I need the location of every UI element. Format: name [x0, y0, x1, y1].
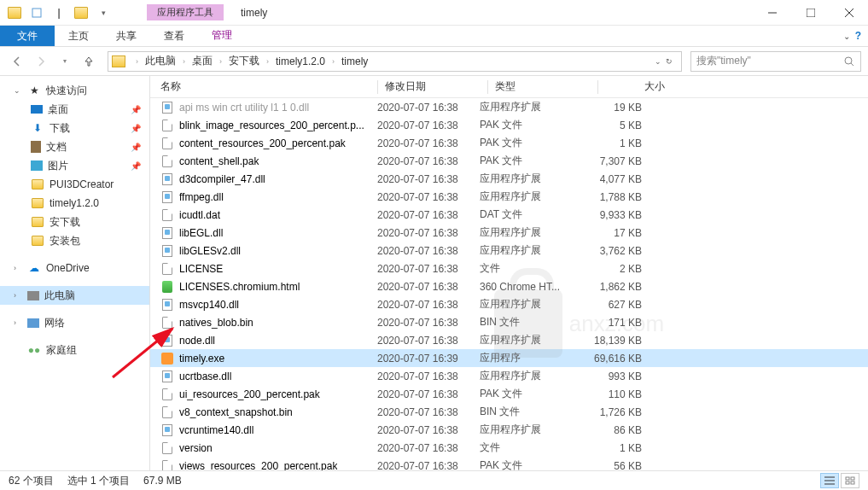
file-row[interactable]: blink_image_resources_200_percent.p...20… [150, 116, 868, 134]
col-name[interactable]: 名称 [160, 79, 377, 94]
up-button[interactable] [79, 51, 99, 72]
view-icons-button[interactable] [841, 473, 859, 488]
sidebar-homegroup[interactable]: ●●家庭组 [0, 341, 149, 359]
sidebar-onedrive[interactable]: ›☁OneDrive [0, 259, 149, 277]
svg-rect-13 [851, 481, 854, 484]
file-date: 2020-07-07 16:38 [377, 424, 480, 436]
forward-button[interactable] [31, 51, 51, 72]
bc-folder1[interactable]: 安下载 [227, 54, 261, 68]
file-row[interactable]: LICENSES.chromium.html2020-07-07 16:3836… [150, 277, 868, 295]
sidebar-timely[interactable]: timely1.2.0 [0, 194, 149, 213]
file-name: v8_context_snapshot.bin [179, 406, 293, 418]
sidebar-pictures[interactable]: 图片📌 [0, 156, 149, 175]
col-type[interactable]: 类型 [495, 79, 597, 94]
bc-folder2[interactable]: timely1.2.0 [274, 55, 327, 67]
help-icon[interactable]: ? [855, 30, 861, 42]
tab-file[interactable]: 文件 [0, 26, 55, 46]
file-name: blink_image_resources_200_percent.p... [179, 120, 364, 131]
col-size[interactable]: 大小 [605, 79, 665, 94]
minimize-button[interactable] [753, 0, 791, 26]
file-row[interactable]: api ms win crt utility l1 1 0.dll2020-07… [150, 98, 868, 116]
folder-icon [112, 55, 125, 67]
file-row[interactable]: content_shell.pak2020-07-07 16:38PAK 文件7… [150, 152, 868, 170]
file-size: 5 KB [582, 120, 642, 131]
file-row[interactable]: content_resources_200_percent.pak2020-07… [150, 134, 868, 152]
file-row[interactable]: natives_blob.bin2020-07-07 16:38BIN 文件17… [150, 313, 868, 331]
file-row[interactable]: LICENSE2020-07-07 16:38文件2 KB [150, 260, 868, 277]
svg-point-5 [845, 57, 852, 64]
sidebar-downloads[interactable]: ⬇下载📌 [0, 119, 149, 137]
breadcrumb-dropdown[interactable]: ⌄ ↻ [650, 57, 678, 66]
sidebar-anzhuang[interactable]: 安装包 [0, 231, 149, 250]
svg-rect-11 [851, 477, 854, 480]
sidebar-pui3d[interactable]: PUI3DCreator [0, 175, 149, 194]
bc-thispc[interactable]: 此电脑 [143, 54, 178, 68]
svg-rect-2 [807, 9, 815, 17]
sidebar-anxia[interactable]: 安下载 [0, 213, 149, 231]
file-icon [160, 459, 174, 471]
file-size: 1 KB [582, 442, 642, 454]
sidebar-desktop[interactable]: 桌面📌 [0, 100, 149, 119]
file-size: 2 KB [582, 263, 642, 275]
close-button[interactable] [830, 0, 868, 26]
file-size: 3,762 KB [582, 245, 642, 257]
search-input[interactable]: 搜索"timely" [690, 51, 861, 72]
file-date: 2020-07-07 16:38 [377, 406, 480, 418]
tab-view[interactable]: 查看 [150, 26, 198, 46]
file-date: 2020-07-07 16:38 [377, 388, 480, 400]
maximize-button[interactable] [791, 0, 830, 26]
qat-dropdown-icon[interactable]: ▾ [94, 3, 113, 22]
file-view: 名称 修改日期 类型 大小 api ms win crt utility l1 … [150, 76, 868, 470]
breadcrumb[interactable]: › 此电脑 › 桌面 › 安下载 › timely1.2.0 › timely … [108, 51, 682, 72]
file-row[interactable]: node.dll2020-07-07 16:38应用程序扩展18,139 KB [150, 331, 868, 349]
column-headers: 名称 修改日期 类型 大小 [150, 76, 868, 98]
tab-manage[interactable]: 管理 [198, 26, 246, 46]
file-row[interactable]: libGLESv2.dll2020-07-07 16:38应用程序扩展3,762… [150, 242, 868, 260]
ribbon-tabs: 文件 主页 共享 查看 管理 ⌄ ? [0, 26, 868, 47]
file-type: 应用程序扩展 [480, 333, 582, 347]
file-size: 69,616 KB [582, 353, 642, 365]
file-row[interactable]: icudtl.dat2020-07-07 16:38DAT 文件9,933 KB [150, 206, 868, 224]
qat-new-folder-icon[interactable] [72, 3, 90, 22]
file-name: ucrtbase.dll [179, 370, 231, 382]
file-row[interactable]: ucrtbase.dll2020-07-07 16:38应用程序扩展993 KB [150, 367, 868, 385]
sidebar-quick-access[interactable]: ⌄★快速访问 [0, 81, 149, 100]
file-row[interactable]: libEGL.dll2020-07-07 16:38应用程序扩展17 KB [150, 224, 868, 242]
sidebar-thispc[interactable]: ›此电脑 [0, 286, 149, 305]
tab-home[interactable]: 主页 [55, 26, 102, 46]
file-date: 2020-07-07 16:38 [377, 173, 480, 185]
chevron-right-icon: › [261, 57, 274, 66]
file-size: 18,139 KB [582, 335, 642, 347]
svg-line-6 [851, 63, 853, 66]
ribbon-expand-icon[interactable]: ⌄ [843, 32, 850, 41]
file-row[interactable]: d3dcompiler_47.dll2020-07-07 16:38应用程序扩展… [150, 170, 868, 188]
file-row[interactable]: ui_resources_200_percent.pak2020-07-07 1… [150, 385, 868, 403]
file-icon [160, 352, 174, 365]
bc-desktop[interactable]: 桌面 [190, 54, 214, 68]
file-row[interactable]: version2020-07-07 16:38文件1 KB [150, 439, 868, 457]
back-button[interactable] [7, 51, 27, 72]
bc-folder3[interactable]: timely [340, 55, 370, 67]
file-row[interactable]: timely.exe2020-07-07 16:39应用程序69,616 KB [150, 349, 868, 367]
cloud-icon: ☁ [27, 261, 41, 275]
file-size: 1 KB [582, 137, 642, 149]
file-icon [160, 388, 174, 401]
file-date: 2020-07-07 16:38 [377, 155, 480, 167]
sidebar-documents[interactable]: 文档📌 [0, 137, 149, 156]
file-type: 应用程序扩展 [480, 172, 582, 186]
tab-share[interactable]: 共享 [102, 26, 150, 46]
col-date[interactable]: 修改日期 [385, 79, 487, 94]
qat-separator: | [50, 3, 68, 22]
file-list[interactable]: api ms win crt utility l1 1 0.dll2020-07… [150, 98, 868, 470]
file-row[interactable]: vcruntime140.dll2020-07-07 16:38应用程序扩展86… [150, 421, 868, 439]
file-row[interactable]: ffmpeg.dll2020-07-07 16:38应用程序扩展1,788 KB [150, 188, 868, 206]
qat-properties-icon[interactable] [27, 3, 46, 22]
file-row[interactable]: v8_context_snapshot.bin2020-07-07 16:38B… [150, 403, 868, 421]
sidebar-network[interactable]: ›网络 [0, 313, 149, 332]
file-name: libEGL.dll [179, 227, 223, 239]
file-row[interactable]: msvcp140.dll2020-07-07 16:38应用程序扩展627 KB [150, 295, 868, 313]
file-row[interactable]: views_resources_200_percent.pak2020-07-0… [150, 457, 868, 470]
folder-icon [31, 215, 44, 229]
recent-dropdown[interactable]: ▾ [55, 51, 75, 72]
view-details-button[interactable] [820, 473, 839, 488]
